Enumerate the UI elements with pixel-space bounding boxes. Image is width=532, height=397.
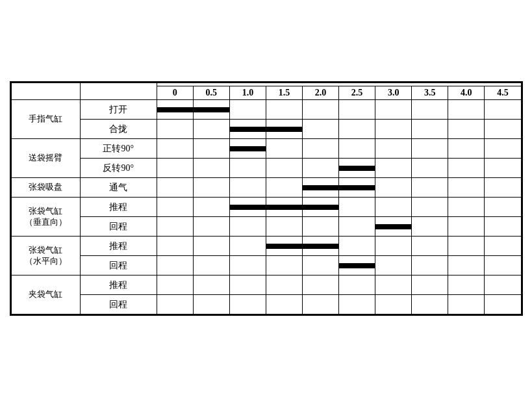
time-cell <box>339 275 375 295</box>
time-cell <box>303 256 339 275</box>
component-name: 送袋摇臂 <box>11 139 80 178</box>
time-cell <box>266 217 302 237</box>
component-name: 张袋吸盘 <box>11 178 80 198</box>
header-component <box>11 83 80 100</box>
time-tick-3: 1.5 <box>266 86 302 100</box>
time-cell <box>157 295 193 314</box>
component-name: 张袋气缸（水平向） <box>11 237 80 275</box>
time-cell <box>229 100 266 120</box>
time-cell <box>157 159 193 178</box>
time-cell <box>193 217 229 237</box>
time-cell <box>266 198 302 217</box>
time-cell <box>303 217 339 237</box>
time-cell <box>229 256 266 275</box>
time-cell <box>157 237 193 256</box>
time-cell <box>303 275 339 295</box>
time-cell <box>229 159 266 178</box>
table-row: 回程 <box>11 295 521 314</box>
time-cell <box>448 100 485 120</box>
table-row: 送袋摇臂正转90° <box>11 139 521 159</box>
time-cell <box>412 139 448 159</box>
time-cell <box>412 100 448 120</box>
time-cell <box>339 159 375 178</box>
time-cell <box>412 256 448 275</box>
time-cell <box>412 159 448 178</box>
time-cell <box>448 256 485 275</box>
time-cell <box>485 198 521 217</box>
time-cell <box>485 159 521 178</box>
time-tick-7: 3.5 <box>412 86 448 100</box>
time-cell <box>412 120 448 139</box>
time-cell <box>229 198 266 217</box>
motion-label: 推程 <box>80 237 157 256</box>
time-cell <box>157 100 193 120</box>
time-cell <box>375 178 412 198</box>
time-cell <box>485 100 521 120</box>
time-cell <box>303 139 339 159</box>
gantt-bar <box>339 166 375 171</box>
time-cell <box>412 217 448 237</box>
motion-label: 反转90° <box>80 159 157 178</box>
time-cell <box>229 139 266 159</box>
component-name: 夹袋气缸 <box>11 275 80 314</box>
time-cell <box>266 178 302 198</box>
time-cell <box>448 159 485 178</box>
gantt-bar <box>266 244 302 249</box>
gantt-bar <box>230 205 266 210</box>
time-cell <box>339 295 375 314</box>
time-cell <box>157 198 193 217</box>
time-cell <box>339 120 375 139</box>
time-cell <box>339 198 375 217</box>
time-cell <box>266 120 302 139</box>
time-cell <box>303 178 339 198</box>
time-tick-9: 4.5 <box>485 86 521 100</box>
time-cell <box>229 120 266 139</box>
time-cell <box>485 237 521 256</box>
table-row: 合拢 <box>11 120 521 139</box>
time-cell <box>448 237 485 256</box>
time-cell <box>266 256 302 275</box>
time-cell <box>266 295 302 314</box>
gantt-bar <box>339 185 375 190</box>
time-cell <box>339 256 375 275</box>
time-cell <box>157 275 193 295</box>
time-cell <box>412 295 448 314</box>
motion-label: 推程 <box>80 275 157 295</box>
time-cell <box>303 295 339 314</box>
time-cell <box>448 198 485 217</box>
time-cell <box>303 237 339 256</box>
time-cell <box>266 100 302 120</box>
gantt-bar <box>339 263 375 268</box>
time-cell <box>412 237 448 256</box>
gantt-bar <box>303 185 338 190</box>
time-cell <box>157 217 193 237</box>
time-cell <box>448 120 485 139</box>
time-cell <box>375 159 412 178</box>
table-row: 回程 <box>11 217 521 237</box>
time-cell <box>448 178 485 198</box>
time-cell <box>448 139 485 159</box>
time-cell <box>375 217 412 237</box>
gantt-bar <box>303 244 338 249</box>
time-cell <box>266 275 302 295</box>
gantt-bar <box>230 127 266 132</box>
time-cell <box>157 120 193 139</box>
time-cell <box>375 275 412 295</box>
time-cell <box>339 237 375 256</box>
time-cell <box>266 237 302 256</box>
time-tick-2: 1.0 <box>229 86 266 100</box>
component-name: 张袋气缸（垂直向） <box>11 198 80 237</box>
time-cell <box>193 275 229 295</box>
time-cell <box>229 275 266 295</box>
timing-chart: 00.51.01.52.02.53.03.54.04.5 手指气缸打开合拢送袋摇… <box>10 81 523 316</box>
time-cell <box>485 256 521 275</box>
time-cell <box>303 100 339 120</box>
time-cell <box>339 139 375 159</box>
time-cell <box>375 237 412 256</box>
gantt-bar <box>266 205 302 210</box>
motion-label: 打开 <box>80 100 157 120</box>
time-cell <box>412 275 448 295</box>
gantt-bar <box>230 146 266 151</box>
time-cell <box>339 100 375 120</box>
time-cell <box>157 139 193 159</box>
